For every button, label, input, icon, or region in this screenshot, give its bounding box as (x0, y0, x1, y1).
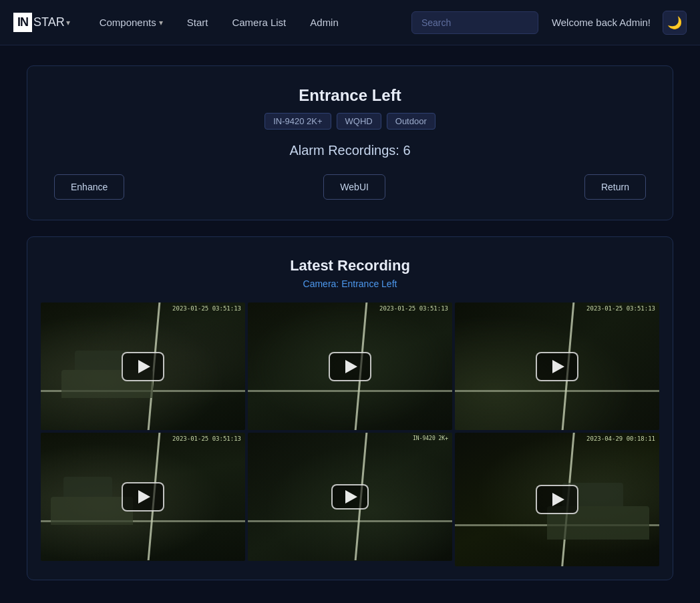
logo[interactable]: INSTAR▾ (13, 13, 70, 32)
logo-bold: IN (13, 13, 32, 32)
enhance-button[interactable]: Enhance (54, 174, 124, 200)
return-button[interactable]: Return (584, 174, 646, 200)
play-button-4[interactable] (122, 482, 164, 512)
play-button-6[interactable] (536, 485, 578, 514)
timestamp-3: 2023-01-25 03:51:13 (586, 305, 655, 312)
tag-row: IN-9420 2K+ WQHD Outdoor (54, 113, 646, 130)
navbar: INSTAR▾ Components ▾ Start Camera List A… (0, 0, 700, 45)
video-thumb-5[interactable]: IN-9420 2K+ (248, 433, 452, 560)
timestamp-4: 2023-01-25 03:51:13 (172, 435, 241, 442)
tag-model: IN-9420 2K+ (265, 113, 331, 130)
nav-camera-list[interactable]: Camera List (221, 11, 297, 33)
timestamp-2: 2023-01-25 03:51:13 (379, 305, 448, 312)
timestamp-6: 2023-04-29 00:18:11 (586, 435, 655, 442)
nav-admin[interactable]: Admin (299, 11, 349, 33)
logo-rest: STAR (33, 15, 65, 29)
tag-resolution: WQHD (337, 113, 381, 130)
timestamp-5: IN-9420 2K+ (413, 435, 448, 441)
camera-actions: Enhance WebUI Return (54, 174, 646, 200)
nav-components[interactable]: Components ▾ (89, 11, 174, 33)
video-thumb-6[interactable]: 2023-04-29 00:18:11 (455, 433, 659, 566)
video-thumb-4[interactable]: 2023-01-25 03:51:13 (41, 433, 245, 560)
moon-icon: 🌙 (667, 15, 682, 30)
video-thumb-1[interactable]: 2023-01-25 03:51:13 (41, 303, 245, 430)
tag-location: Outdoor (387, 113, 435, 130)
video-grid: 2023-01-25 03:51:13 2023-01-25 03:51:13 … (41, 303, 659, 566)
play-button-1[interactable] (122, 352, 164, 381)
video-thumb-3[interactable]: 2023-01-25 03:51:13 (455, 303, 659, 430)
play-button-3[interactable] (536, 352, 578, 381)
play-button-2[interactable] (329, 352, 371, 381)
timestamp-1: 2023-01-25 03:51:13 (172, 305, 241, 312)
webui-button[interactable]: WebUI (323, 174, 385, 200)
nav-start[interactable]: Start (176, 11, 219, 33)
nav-links: Components ▾ Start Camera List Admin (89, 11, 406, 33)
alarm-count: Alarm Recordings: 6 (54, 143, 646, 158)
logo-chevron: ▾ (66, 18, 70, 27)
recording-subtitle: Camera: Entrance Left (41, 278, 659, 289)
play-button-5[interactable] (331, 484, 369, 510)
recording-card: Latest Recording Camera: Entrance Left 2… (27, 236, 673, 580)
recording-title: Latest Recording (41, 257, 659, 274)
video-thumb-2[interactable]: 2023-01-25 03:51:13 (248, 303, 452, 430)
camera-card: Entrance Left IN-9420 2K+ WQHD Outdoor A… (27, 65, 673, 220)
search-input[interactable] (411, 11, 538, 34)
welcome-text: Welcome back Admin! (552, 17, 651, 28)
camera-title: Entrance Left (54, 86, 646, 105)
main-content: Entrance Left IN-9420 2K+ WQHD Outdoor A… (0, 45, 700, 600)
dark-mode-toggle[interactable]: 🌙 (663, 11, 687, 35)
